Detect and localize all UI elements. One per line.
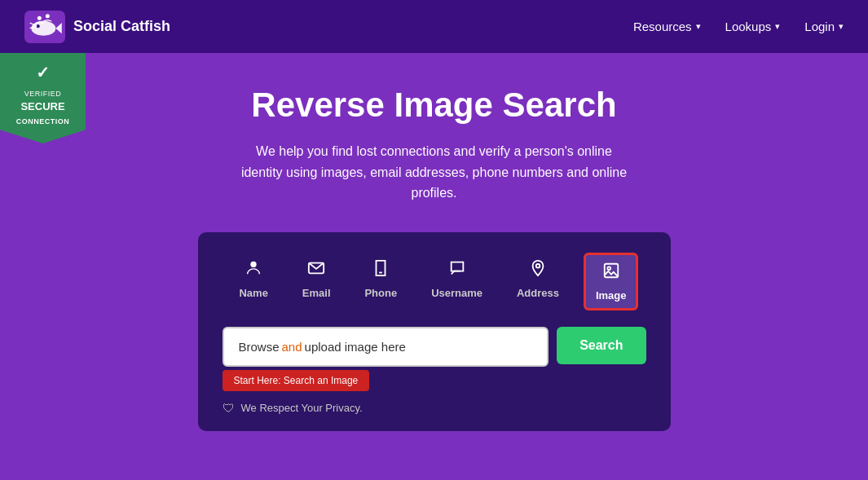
svg-point-11 [536, 264, 540, 268]
image-icon [602, 262, 620, 284]
location-icon [529, 259, 547, 282]
connection-text: CONNECTION [16, 117, 70, 126]
tab-username[interactable]: Username [421, 253, 492, 310]
privacy-note: 🛡 We Respect Your Privacy. [223, 401, 646, 415]
tab-name[interactable]: Name [229, 253, 277, 310]
start-here-button[interactable]: Start Here: Search an Image [223, 370, 370, 391]
input-area: Browse and upload image here Start Here:… [223, 327, 549, 391]
page-title: Reverse Image Search [251, 86, 616, 125]
privacy-shield-icon: 🛡 [223, 401, 235, 415]
chevron-down-icon: ▾ [696, 21, 701, 32]
secure-text: SECURE [20, 100, 64, 112]
svg-point-7 [46, 14, 50, 18]
main-content: ✓ VERIFIED SECURE CONNECTION Reverse Ima… [0, 53, 868, 431]
nav-resources[interactable]: Resources ▾ [633, 20, 701, 33]
browse-upload-input[interactable]: Browse and upload image here [223, 327, 549, 367]
verified-badge: ✓ VERIFIED SECURE CONNECTION [0, 53, 86, 143]
tab-address[interactable]: Address [507, 253, 569, 310]
browse-text: Browse [239, 340, 280, 354]
person-icon [245, 259, 262, 282]
svg-point-2 [37, 24, 40, 28]
shield-icon: ✓ [10, 61, 76, 84]
email-icon [307, 259, 325, 282]
svg-point-6 [37, 15, 42, 20]
upload-text: upload image here [305, 340, 406, 354]
input-row: Browse and upload image here Start Here:… [223, 327, 646, 391]
tab-image[interactable]: Image [584, 253, 639, 310]
search-widget: Name Email Phone Username [198, 232, 671, 431]
nav-lookups[interactable]: Lookups ▾ [725, 20, 781, 33]
nav-login[interactable]: Login ▾ [804, 20, 844, 33]
verified-text: VERIFIED [24, 90, 62, 98]
svg-point-8 [251, 262, 257, 267]
chevron-down-icon: ▾ [839, 21, 844, 32]
search-tabs: Name Email Phone Username [223, 253, 646, 310]
svg-point-13 [607, 266, 610, 270]
privacy-text: We Respect Your Privacy. [241, 402, 363, 414]
search-button[interactable]: Search [557, 327, 645, 364]
page-description: We help you find lost connections and ve… [239, 141, 630, 204]
logo-icon [24, 11, 65, 43]
site-header: Social Catfish Resources ▾ Lookups ▾ Log… [0, 0, 868, 53]
logo-area[interactable]: Social Catfish [24, 11, 170, 43]
and-text: and [282, 340, 302, 354]
chevron-down-icon: ▾ [775, 21, 780, 32]
phone-icon [372, 259, 390, 282]
tab-phone[interactable]: Phone [355, 253, 407, 310]
chat-icon [448, 259, 466, 282]
tab-email[interactable]: Email [293, 253, 341, 310]
logo-text: Social Catfish [73, 18, 170, 36]
main-nav: Resources ▾ Lookups ▾ Login ▾ [633, 20, 844, 33]
